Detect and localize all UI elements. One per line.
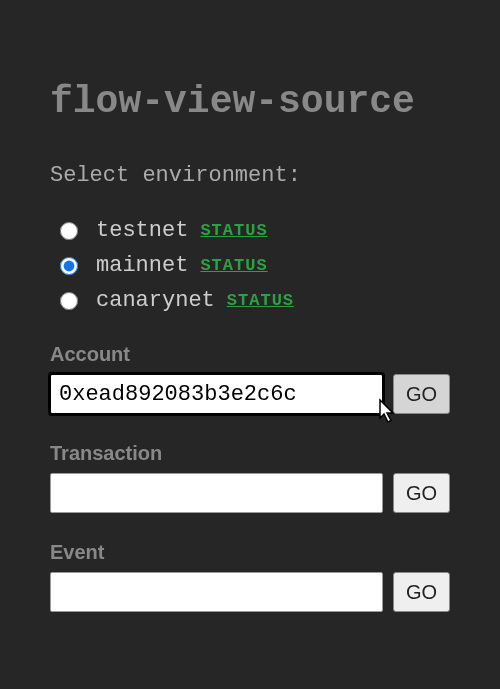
radio-row-mainnet: mainnet STATUS (60, 253, 450, 278)
radio-label-canarynet: canarynet (96, 288, 215, 313)
radio-row-testnet: testnet STATUS (60, 218, 450, 243)
environment-prompt: Select environment: (50, 163, 450, 188)
event-input[interactable] (50, 572, 383, 612)
account-input[interactable] (50, 374, 383, 414)
transaction-label: Transaction (50, 442, 450, 465)
transaction-input[interactable] (50, 473, 383, 513)
transaction-go-button[interactable]: GO (393, 473, 450, 513)
environment-radio-group: testnet STATUS mainnet STATUS canarynet … (50, 218, 450, 313)
transaction-form: Transaction GO (50, 442, 450, 513)
account-form: Account GO (50, 343, 450, 414)
radio-testnet[interactable] (60, 222, 78, 240)
status-link-mainnet[interactable]: STATUS (200, 256, 267, 275)
radio-canarynet[interactable] (60, 292, 78, 310)
radio-label-mainnet: mainnet (96, 253, 188, 278)
account-go-button[interactable]: GO (393, 374, 450, 414)
status-link-testnet[interactable]: STATUS (200, 221, 267, 240)
account-input-row: GO (50, 374, 450, 414)
event-label: Event (50, 541, 450, 564)
radio-mainnet[interactable] (60, 257, 78, 275)
page-title: flow-view-source (50, 80, 450, 123)
transaction-input-row: GO (50, 473, 450, 513)
account-label: Account (50, 343, 450, 366)
radio-label-testnet: testnet (96, 218, 188, 243)
event-go-button[interactable]: GO (393, 572, 450, 612)
status-link-canarynet[interactable]: STATUS (227, 291, 294, 310)
radio-row-canarynet: canarynet STATUS (60, 288, 450, 313)
event-form: Event GO (50, 541, 450, 612)
event-input-row: GO (50, 572, 450, 612)
